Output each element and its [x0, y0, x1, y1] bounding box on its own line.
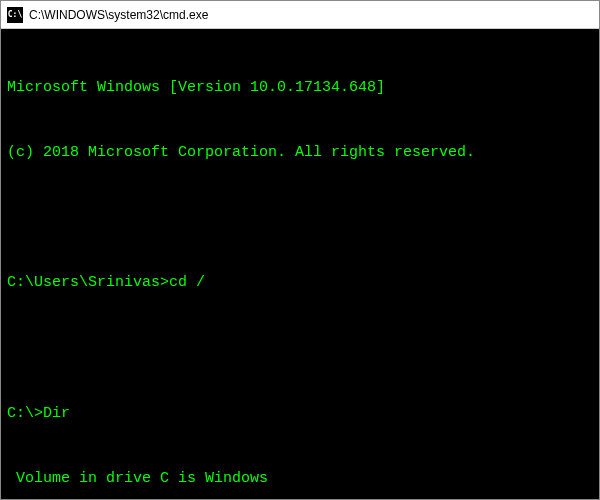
- version-line: Microsoft Windows [Version 10.0.17134.64…: [7, 77, 593, 99]
- terminal-output[interactable]: Microsoft Windows [Version 10.0.17134.64…: [1, 29, 599, 499]
- prompt-line-2: C:\>Dir: [7, 403, 593, 425]
- blank-line: [7, 207, 593, 229]
- window-title: C:\WINDOWS\system32\cmd.exe: [29, 8, 208, 22]
- titlebar[interactable]: C:\ C:\WINDOWS\system32\cmd.exe: [1, 1, 599, 29]
- volume-drive-line: Volume in drive C is Windows: [7, 468, 593, 490]
- prompt-prefix: C:\>: [7, 405, 43, 422]
- cmd-icon: C:\: [7, 7, 23, 23]
- cmd-window: C:\ C:\WINDOWS\system32\cmd.exe Microsof…: [0, 0, 600, 500]
- prompt-line-1: C:\Users\Srinivas>cd /: [7, 272, 593, 294]
- blank-line: [7, 338, 593, 360]
- prompt-command: cd /: [169, 274, 205, 291]
- prompt-prefix: C:\Users\Srinivas>: [7, 274, 169, 291]
- prompt-command: Dir: [43, 405, 70, 422]
- copyright-line: (c) 2018 Microsoft Corporation. All righ…: [7, 142, 593, 164]
